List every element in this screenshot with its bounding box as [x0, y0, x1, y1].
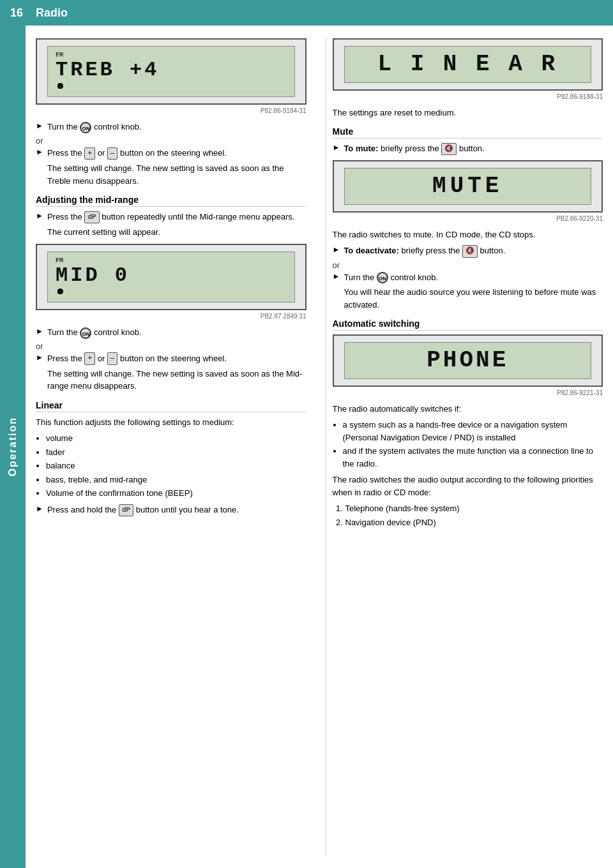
section-linear: Linear: [36, 400, 306, 412]
mid-display-box: FM MID 0 ⏺: [36, 244, 306, 310]
mute-instruction-text: To mute: briefly press the 🔇 button.: [344, 142, 484, 155]
press-dp-text: Press the dP button repeatedly until the…: [47, 211, 294, 223]
linear-display-text: L I N E A R: [352, 52, 584, 77]
arrow-mute: ►: [333, 143, 340, 152]
linear-intro-text: This function adjusts the following sett…: [36, 416, 306, 429]
or-text-2: or: [36, 341, 306, 351]
mute-button-1: 🔇: [441, 143, 457, 155]
instruction-mute: ► To mute: briefly press the 🔇 button.: [333, 142, 603, 155]
knob-icon-3: ON: [377, 272, 388, 283]
mid-display-inner: FM MID 0 ⏺: [47, 251, 295, 303]
treb-setting-para: The setting will change. The new setting…: [47, 162, 306, 187]
treb-display-caption: P82.86-9184-31: [36, 107, 306, 114]
knob-icon-2: ON: [80, 327, 91, 339]
press-btn-text-1: Press the + or — button on the steering …: [47, 147, 227, 160]
instruction-turn-knob-3: ► Turn the ON control knob.: [333, 271, 603, 284]
deact-text: To deactivate: briefly press the 🔇 butto…: [344, 244, 505, 257]
list-item: Telephone (hands-free system): [345, 502, 603, 515]
press-hold-dp-text: Press and hold the dP button until you h…: [47, 504, 239, 516]
list-item: a system such as a hands-free device or …: [343, 419, 603, 444]
arrow-5: ►: [333, 272, 340, 281]
phone-display-text: PHONE: [352, 348, 584, 373]
list-item: and if the system activates the mute fun…: [343, 445, 603, 470]
linear-display-caption: P82.86-9188-31: [333, 93, 603, 100]
phone-display-box: PHONE: [333, 334, 603, 387]
linear-bullet-list: volume fader balance bass, treble, and m…: [46, 432, 306, 500]
auto-para-1: The radio automatically switches if:: [333, 403, 603, 415]
mid-setting-para: The setting will change. The new setting…: [47, 368, 306, 393]
phone-display-caption: P82.86-9221-31: [333, 389, 603, 396]
arrow-deact: ►: [333, 245, 340, 254]
main-content: FM TREB +4 ⏺ P82.86-9184-31 ► Turn the O…: [26, 26, 613, 868]
plus-button-2: +: [84, 352, 95, 364]
mid-cd-icon: ⏺: [56, 287, 64, 297]
mid-display-caption: PB2.87 2849 31: [36, 313, 306, 320]
instruction-line-3: ► Turn the ON control knob.: [36, 326, 306, 339]
instruction-line-2: ► Press the + or — button on the steerin…: [36, 147, 306, 160]
mute-para-1: The radio switches to mute. In CD mode, …: [333, 228, 603, 241]
treb-display-box: FM TREB +4 ⏺: [36, 38, 306, 105]
sidebar: Operation: [0, 26, 26, 868]
minus-button-1: —: [107, 147, 118, 160]
turn-knob-text-1: Turn the ON control knob.: [47, 121, 142, 133]
auto-para-2: The radio switches the audio output acco…: [333, 474, 603, 498]
mute-button-2: 🔇: [462, 245, 478, 257]
or-text-1: or: [36, 136, 306, 146]
list-item: Navigation device (PND): [345, 516, 603, 529]
mute-display-inner: MUTE: [344, 168, 592, 205]
or-text-3: or: [333, 260, 603, 270]
linear-reset-text: The settings are reset to medium.: [333, 107, 603, 119]
right-column: L I N E A R P82.86-9188-31 The settings …: [326, 38, 603, 855]
turn-knob-text-3: Turn the ON control knob.: [344, 271, 438, 284]
dp-button-1: dP: [84, 211, 99, 223]
section-mute: Mute: [333, 126, 603, 138]
mute-display-text: MUTE: [352, 174, 584, 199]
treb-cd-icon: ⏺: [56, 81, 64, 91]
minus-button-2: —: [107, 352, 118, 364]
auto-numbered-list: Telephone (hands-free system) Navigation…: [345, 502, 603, 528]
phone-display-inner: PHONE: [344, 342, 592, 379]
turn-knob-text-2: Turn the ON control knob.: [47, 326, 142, 339]
dp-button-2: dP: [119, 504, 133, 516]
arrow-3: ►: [36, 327, 43, 336]
mid-current-setting: The current setting will appear.: [47, 226, 306, 239]
press-btn-text-2: Press the + or — button on the steering …: [47, 352, 227, 365]
page-title: Radio: [36, 6, 68, 20]
mid-display-text: MID 0: [56, 264, 287, 287]
list-item: balance: [46, 460, 306, 472]
instruction-line-1: ► Turn the ON control knob.: [36, 121, 306, 133]
knob-icon-1: ON: [80, 122, 91, 133]
list-item: fader: [46, 446, 306, 459]
page-header: 16 Radio: [0, 0, 613, 26]
arrow-1: ►: [36, 121, 43, 130]
arrow-mid: ►: [36, 211, 43, 220]
treb-display-inner: FM TREB +4 ⏺: [47, 46, 295, 97]
instruction-mid-range: ► Press the dP button repeatedly until t…: [36, 211, 306, 239]
list-item: volume: [46, 432, 306, 445]
arrow-4: ►: [36, 353, 43, 362]
left-column: FM TREB +4 ⏺ P82.86-9184-31 ► Turn the O…: [36, 38, 313, 855]
instruction-line-mid: ► Press the dP button repeatedly until t…: [36, 211, 306, 223]
list-item: Volume of the confirmation tone (BEEP): [46, 487, 306, 500]
plus-button-1: +: [84, 147, 95, 160]
auto-bullet-list: a system such as a hands-free device or …: [343, 419, 603, 470]
mid-display-icon-row: ⏺: [56, 287, 287, 297]
mute-para-2: You will hear the audio source you were …: [344, 286, 603, 311]
instruction-turn-knob-2: ► Turn the ON control knob. or ► Press t…: [36, 326, 306, 393]
section-auto-switching: Automatic switching: [333, 318, 603, 331]
instruction-linear-hold: ► Press and hold the dP button until you…: [36, 504, 306, 516]
page-number: 16: [10, 6, 23, 20]
arrow-2: ►: [36, 147, 43, 156]
linear-display-box: L I N E A R: [333, 38, 603, 91]
mute-display-caption: PB2.86-9220-31: [333, 215, 603, 222]
treb-display-icon-row: ⏺: [56, 81, 287, 91]
instruction-deactivate: ► To deactivate: briefly press the 🔇 but…: [333, 244, 603, 257]
arrow-linear: ►: [36, 504, 43, 513]
instruction-turn-knob-1: ► Turn the ON control knob. or ► Press t…: [36, 121, 306, 187]
treb-display-text: TREB +4: [56, 59, 287, 81]
section-mid-range: Adjusting the mid-range: [36, 195, 306, 207]
linear-display-inner: L I N E A R: [344, 46, 592, 83]
instruction-line-4: ► Press the + or — button on the steerin…: [36, 352, 306, 365]
sidebar-label: Operation: [7, 417, 19, 477]
mute-display-box: MUTE: [333, 160, 603, 213]
